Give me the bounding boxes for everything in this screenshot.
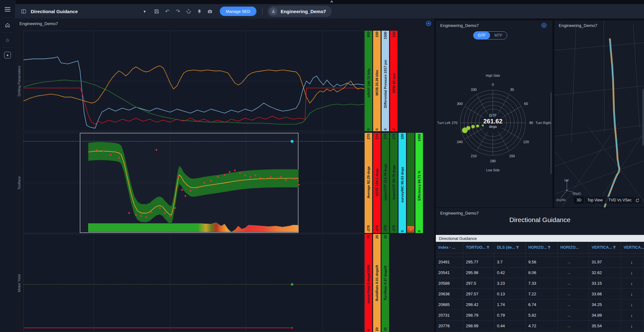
notifications-bell-icon[interactable] bbox=[194, 7, 205, 16]
view-top-button[interactable]: Top View bbox=[584, 197, 605, 204]
table-cell: 33.15 bbox=[589, 278, 621, 288]
table-cell: 35.54 bbox=[589, 321, 621, 331]
scale-min-value: 0 bbox=[375, 127, 379, 131]
filter-funnel-icon[interactable] bbox=[487, 246, 489, 249]
tab-engineering-demo7[interactable]: Engineering_Demo7 bbox=[267, 6, 332, 17]
track-plot[interactable] bbox=[24, 234, 364, 332]
scale-bar-lowergtf[interactable]: 270lowerGTF 69.79 dega-270 bbox=[390, 133, 398, 233]
view-3d-button[interactable]: 3D bbox=[574, 197, 584, 204]
table-cell: 20636 bbox=[436, 289, 463, 299]
trend-down-arrow-icon: ↓ bbox=[624, 281, 633, 286]
chevron-down-icon[interactable]: ▾ bbox=[144, 9, 146, 14]
column-header-0[interactable]: Index - ... bbox=[436, 242, 463, 253]
toolface-rose-chart: 0306090120150180210240270300330High Side… bbox=[436, 20, 552, 207]
polar-angle-label: 120 bbox=[523, 140, 529, 144]
dashboard-title: Directional Guidance bbox=[31, 9, 78, 14]
redo-icon[interactable]: ↷ bbox=[173, 7, 183, 16]
scrollbar-thumb[interactable] bbox=[551, 92, 552, 174]
table-cell: 297.57 bbox=[463, 289, 494, 299]
screenshot-camera-icon[interactable] bbox=[205, 7, 215, 16]
table-cell: → bbox=[558, 278, 589, 288]
scale-bar-average[interactable]: 270Average 92.29 dega-270 bbox=[365, 133, 372, 233]
view-tvd-vsec-button[interactable]: TVD Vs VSec bbox=[605, 197, 634, 204]
column-header-label: Index - ... bbox=[438, 245, 455, 250]
scale-max-value: 270 bbox=[375, 133, 379, 140]
column-header-5[interactable]: VERTICA... bbox=[589, 242, 621, 253]
table-row[interactable]: 20685298.421.746.74→34.25↓ bbox=[436, 299, 644, 310]
table-row[interactable]: 20588297.53.237.33→33.15↓ bbox=[436, 278, 644, 289]
table-row[interactable]: 20440294.113.4411.02→31.22↓ bbox=[436, 253, 644, 257]
scale-bar-differential[interactable]: 1500Differential Pressure 1017 psi0 bbox=[382, 31, 389, 131]
table-cell: 20731 bbox=[436, 310, 463, 320]
scale-bar-motoryield[interactable]: 75motorYield 0 dega/100ft0 bbox=[365, 234, 372, 332]
table-row[interactable]: 20491295.773.79.56→31.97↓ bbox=[436, 257, 644, 267]
filter-funnel-icon[interactable] bbox=[548, 246, 551, 249]
column-header-1[interactable]: TORTUO... bbox=[463, 242, 494, 253]
collapse-tab-chevron-icon[interactable]: ^ bbox=[330, 0, 333, 4]
scale-bar-buildrate[interactable]: 20BuildRate 0.01 dega/ft20 bbox=[373, 234, 381, 332]
table-cell: 295.77 bbox=[463, 257, 494, 267]
toolface-history-dot bbox=[476, 125, 479, 127]
scale-min-value: 0 bbox=[400, 229, 404, 233]
polar-angle-label: 330 bbox=[471, 88, 477, 91]
filter-funnel-icon[interactable] bbox=[613, 246, 616, 249]
track-axis-label: Drilling Parameters bbox=[15, 31, 23, 131]
table-cell: 297.5 bbox=[463, 278, 494, 288]
trend-right-arrow-icon: → bbox=[560, 324, 571, 329]
table-cell: 31.97 bbox=[589, 257, 621, 267]
scale-bar-efficiency[interactable]: 1000Efficiency 64.71 %0 bbox=[415, 133, 423, 233]
window-top-strip bbox=[0, 0, 644, 4]
scale-bar-uppergtf[interactable]: 270upperGTF 114.79 dega-270 bbox=[382, 133, 389, 233]
manage-sed-button[interactable]: Manage SED bbox=[220, 7, 256, 16]
left-sidebar: ☆ ★ bbox=[0, 0, 15, 332]
table-row[interactable]: 20541295.980.428.06→32.62↓ bbox=[436, 267, 644, 278]
scale-bar-wob[interactable]: 100WOB 33.39 klbs0 bbox=[373, 31, 381, 131]
refresh-icon[interactable] bbox=[634, 197, 641, 204]
filter-funnel-icon[interactable] bbox=[516, 246, 519, 249]
scale-bar-surveyinc[interactable]: 100surveyINC 90.83 dega0 bbox=[399, 133, 406, 233]
star-icon[interactable]: ☆ bbox=[0, 34, 15, 46]
home-icon[interactable] bbox=[0, 19, 15, 31]
column-header-3[interactable]: HORIZO... bbox=[526, 242, 558, 253]
scale-bar-turnrate[interactable]: 20TurnRate 0.37 dega/ft20 bbox=[382, 234, 389, 332]
scale-label: motorYield 0 dega/100ft bbox=[367, 265, 370, 303]
table-tab-directional-guidance[interactable]: Directional Guidance bbox=[436, 235, 644, 242]
directional-guidance-table-panel: Engineering_Demo7 Directional Guidance D… bbox=[436, 208, 644, 332]
table-cell: → bbox=[558, 289, 589, 299]
track-axis-label-text: Motor Yield bbox=[17, 274, 21, 292]
track-plot[interactable] bbox=[24, 31, 364, 131]
share-dots-icon[interactable] bbox=[183, 7, 194, 16]
column-header-label: HORIZO... bbox=[528, 245, 547, 250]
scale-bar-indicator[interactable]: ↑ bbox=[407, 133, 414, 233]
table-header-row: Index - ...TORTUO...DLS (de...HORIZO...H… bbox=[436, 242, 644, 253]
top-toolbar: Directional Guidance ▾ ↶ ↷ Manage SED En… bbox=[15, 4, 644, 18]
scale-bar-sgtf[interactable]: 270SGTF 134.1 dega-270 bbox=[373, 133, 381, 233]
table-row[interactable]: 20776298.990.444.72→35.54↓ bbox=[436, 321, 644, 331]
save-icon[interactable] bbox=[151, 7, 162, 16]
polar-angle-label: 210 bbox=[471, 154, 477, 158]
scale-bar-rop[interactable]: 600⊙ROP 190.72 ft/hr0 bbox=[365, 31, 372, 131]
link-icon[interactable]: ∞ bbox=[426, 21, 431, 26]
column-header-4[interactable]: HORIZO... bbox=[558, 242, 589, 253]
track-plot[interactable] bbox=[24, 133, 364, 233]
table-cell: ↓ bbox=[621, 253, 644, 257]
panel-title: Engineering_Demo7 bbox=[19, 21, 58, 26]
table-cell: → bbox=[558, 299, 589, 310]
table-cell: ↓ bbox=[621, 321, 644, 331]
table-cell: 0.44 bbox=[494, 321, 526, 331]
scrollbar-thumb[interactable] bbox=[642, 89, 644, 146]
column-header-6[interactable]: VERTICA... bbox=[621, 242, 644, 253]
undo-icon[interactable]: ↶ bbox=[162, 7, 173, 16]
scale-min-value: -270 bbox=[367, 224, 370, 233]
star-badge-icon[interactable]: ★ bbox=[0, 49, 15, 61]
scale-label: RPM 60 rpm bbox=[392, 73, 396, 93]
layout-icon[interactable] bbox=[18, 7, 29, 16]
table-row[interactable]: 20636297.570.137.22→33.66↓ bbox=[436, 289, 644, 299]
table-row[interactable]: 20731298.790.795.82→34.89↓ bbox=[436, 310, 644, 321]
scale-bar-rpm[interactable]: 150RPM 60 rpm0 bbox=[390, 31, 398, 131]
table-cell: 31.22 bbox=[589, 253, 621, 257]
menu-icon[interactable] bbox=[0, 3, 15, 16]
column-header-2[interactable]: DLS (de... bbox=[494, 242, 526, 253]
scale-min-value: 0 bbox=[383, 127, 387, 131]
trend-right-arrow-icon: → bbox=[560, 281, 571, 286]
